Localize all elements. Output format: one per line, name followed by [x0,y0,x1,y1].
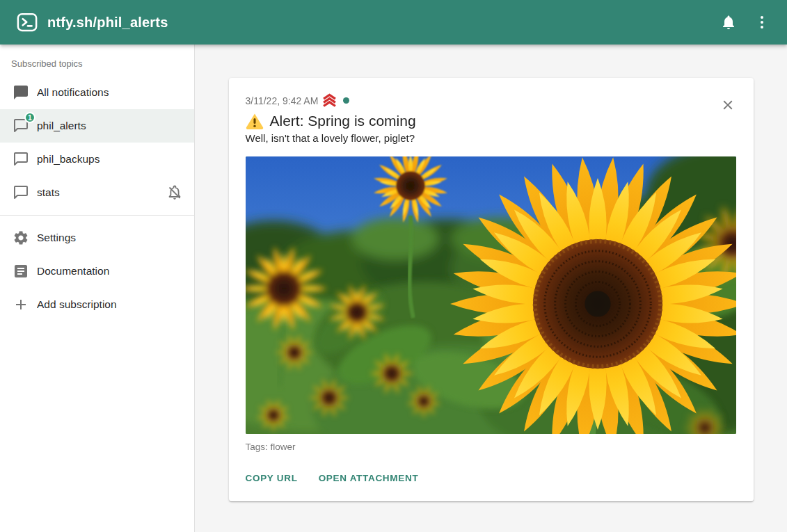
close-notification-button[interactable] [717,95,738,118]
priority-high-icon [321,93,337,108]
bell-off-icon [166,184,183,201]
attachment-image[interactable] [246,156,736,434]
notification-body: Well, isn't that a lovely flower, piglet… [246,132,737,144]
notification-tags: Tags: flower [246,442,737,452]
sidebar-item-label: stats [37,186,166,199]
unread-count-badge: 1 [24,112,35,123]
unread-dot-indicator [343,97,349,104]
sidebar-item-documentation[interactable]: Documentation [0,255,194,288]
main-content: 3/11/22, 9:42 AM Alert: Spring is coming… [195,45,787,532]
chat-filled-icon [13,84,29,101]
chat-outline-icon: 1 [13,118,29,134]
kebab-menu-icon [754,14,770,31]
sidebar: Subscribed topics All notifications 1 ph… [0,45,195,532]
notification-timestamp: 3/11/22, 9:42 AM [246,95,319,106]
sidebar-item-label: phil_backups [37,153,183,166]
chat-outline-icon [13,184,29,201]
close-icon [720,97,736,113]
plus-icon [13,296,29,313]
sidebar-item-all-notifications[interactable]: All notifications [0,76,194,109]
article-icon [13,263,29,280]
app-logo[interactable] [17,12,38,33]
app-title: ntfy.sh/phil_alerts [47,15,168,31]
sunflower-photo [246,156,736,434]
terminal-icon [17,12,38,33]
sidebar-item-label: Settings [37,232,183,244]
sidebar-item-phil-backups[interactable]: phil_backups [0,143,194,176]
sidebar-item-label: Add subscription [37,298,183,311]
bell-icon [720,14,737,31]
sidebar-item-add-subscription[interactable]: Add subscription [0,288,194,321]
copy-url-button[interactable]: COPY URL [246,469,298,487]
subscribed-topics-subheader: Subscribed topics [0,50,194,76]
warning-emoji [246,113,264,129]
sidebar-item-settings[interactable]: Settings [0,221,194,255]
sidebar-item-stats[interactable]: stats [0,176,194,209]
app-bar: ntfy.sh/phil_alerts [0,0,787,45]
notification-card: 3/11/22, 9:42 AM Alert: Spring is coming… [229,78,754,501]
sidebar-item-label: phil_alerts [37,120,183,132]
sidebar-item-label: Documentation [37,265,183,277]
open-attachment-button[interactable]: OPEN ATTACHMENT [319,469,419,487]
sidebar-item-phil-alerts[interactable]: 1 phil_alerts [0,109,194,143]
sidebar-divider [0,215,194,216]
chat-outline-icon [13,151,29,168]
gear-icon [13,229,29,246]
notification-title-text: Alert: Spring is coming [270,113,416,129]
sidebar-item-label: All notifications [37,86,183,99]
notifications-button[interactable] [713,7,744,38]
overflow-menu-button[interactable] [747,7,777,38]
notification-title: Alert: Spring is coming [246,113,737,129]
notification-meta: 3/11/22, 9:42 AM [246,93,737,108]
notification-actions: COPY URL OPEN ATTACHMENT [246,469,737,487]
